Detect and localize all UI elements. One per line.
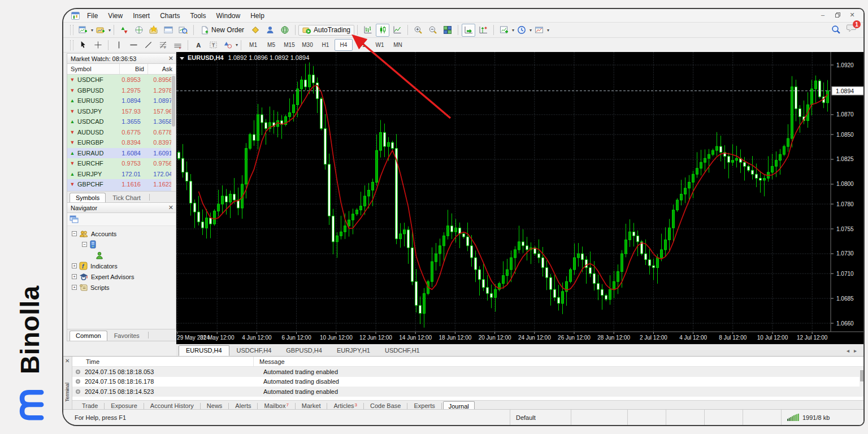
close-icon[interactable]: ✕ [65,358,70,364]
expand-icon[interactable]: + [72,263,77,268]
market-watch-row[interactable]: ▼EURCHF0.97530.9756 [67,158,176,169]
column-time[interactable]: Time [72,358,253,365]
terminal-tab-trade[interactable]: Trade [77,402,103,410]
data-window-toggle-button[interactable] [132,24,146,37]
indicators-caret[interactable]: ▾ [512,28,514,33]
profiles-caret[interactable]: ▾ [108,28,111,33]
expand-icon[interactable]: + [72,274,77,279]
terminal-tab-account-history[interactable]: Account History [145,402,199,410]
chart-tab-eurjpy-h1[interactable]: EURJPY,H1 [329,345,377,356]
price-chart[interactable]: 29 May 202431 May 12:004 Jun 12:006 Jun … [176,52,865,344]
journal-scrollbar[interactable] [860,368,865,396]
journal-row[interactable]: 2024.07.15 08:18:16.178 Automated tradin… [72,377,865,387]
vertical-line-tool-button[interactable] [112,38,125,51]
timeframe-m30-button[interactable]: M30 [298,39,316,51]
indicators-button[interactable] [497,24,511,37]
journal-row[interactable]: 2024.07.15 08:18:14.523 Automated tradin… [72,387,865,397]
templates-button[interactable] [532,24,546,37]
new-chart-caret[interactable]: ▾ [91,28,93,33]
chart-tab-usdchf-h4[interactable]: USDCHF,H4 [229,345,279,356]
chart-shift-button[interactable] [476,24,490,37]
market-watch-row[interactable]: ▼USDJPY157.93157.96 [67,106,176,117]
zoom-in-button[interactable] [411,24,425,37]
horizontal-line-tool-button[interactable] [127,38,140,51]
scrollbar-thumb[interactable] [172,76,175,127]
collapse-icon[interactable]: − [72,231,77,236]
market-watch-row[interactable]: ▼GBPCHF1.16161.1623 [67,179,176,190]
open-account-button[interactable] [263,24,277,37]
market-watch-row[interactable]: ▲EURAUD1.60841.6091 [67,148,176,159]
tree-item-account-server[interactable]: − [67,239,176,250]
terminal-tab-experts[interactable]: Experts [409,402,440,410]
candlestick-chart-button[interactable] [376,24,389,37]
column-message[interactable]: Message [253,357,865,366]
chart-tab-eurusd-h4[interactable]: EURUSD,H4 [179,345,229,356]
menu-charts[interactable]: Charts [155,10,185,21]
menu-view[interactable]: View [103,10,128,21]
cursor-tool-button[interactable] [76,38,90,51]
zoom-out-button[interactable] [426,24,440,37]
navigator-toggle-button[interactable] [147,24,160,37]
bar-chart-button[interactable] [361,24,375,37]
close-icon[interactable]: ✕ [168,205,173,211]
terminal-tab-exposure[interactable]: Exposure [106,402,142,410]
autotrading-button[interactable]: AutoTrading [298,25,354,36]
scrollbar-thumb[interactable] [860,370,864,381]
tile-windows-button[interactable] [441,24,454,37]
timeframe-h4-button[interactable]: H4 [335,39,353,51]
terminal-tab-code-base[interactable]: Code Base [365,402,406,410]
chart-tab-usdchf-h1[interactable]: USDCHF,H1 [377,345,427,356]
text-tool-button[interactable]: A [192,38,205,51]
strategy-tester-button[interactable] [176,24,190,37]
crosshair-tool-button[interactable] [91,38,105,51]
expand-icon[interactable]: + [72,285,77,290]
minimize-button[interactable]: – [817,11,828,19]
terminal-tab-mailbox[interactable]: Mailbox7 [259,402,293,410]
tab-symbols[interactable]: Symbols [70,193,106,203]
terminal-tab-alerts[interactable]: Alerts [230,402,256,410]
line-chart-button[interactable] [390,24,404,37]
shapes-tool-button[interactable] [221,38,235,51]
column-bid[interactable]: Bid [119,64,147,74]
timeframe-mn-button[interactable]: MN [389,39,407,51]
tab-tick-chart[interactable]: Tick Chart [106,193,147,203]
market-watch-scrollbar[interactable] [171,75,176,191]
fibonacci-tool-button[interactable]: F [156,38,170,51]
new-chart-button[interactable] [76,24,90,37]
menu-insert[interactable]: Insert [128,10,155,21]
auto-scroll-button[interactable] [462,24,475,37]
metaeditor-button[interactable] [249,24,262,37]
periods-button[interactable] [515,24,528,37]
menu-help[interactable]: Help [245,10,270,21]
menu-window[interactable]: Window [211,10,246,21]
terminal-tab-news[interactable]: News [202,402,228,410]
tab-common[interactable]: Common [70,331,107,341]
status-profile[interactable]: Default [510,410,571,425]
column-ask[interactable]: Ask [147,64,176,74]
timeframe-m1-button[interactable]: M1 [244,39,262,51]
timeframe-h1-button[interactable]: H1 [316,39,335,51]
menu-file[interactable]: File [82,10,103,21]
journal-row[interactable]: 2024.07.15 08:18:18.053 Automated tradin… [72,367,865,377]
market-watch-row[interactable]: ▼USDCHF0.89530.8956 [67,75,176,85]
tree-item-indicators[interactable]: + f Indicators [67,261,176,271]
market-watch-row[interactable]: ▼AUDUSD0.67750.6778 [67,127,176,138]
tab-favorites[interactable]: Favorites [108,331,146,341]
market-watch-toggle-button[interactable] [118,24,131,37]
market-watch-row[interactable]: ▲EURJPY172.01172.04 [67,169,176,180]
notifications-button[interactable]: 1 [847,24,857,35]
trendline-tool-button[interactable] [141,38,155,51]
timeframe-d1-button[interactable]: D1 [353,39,371,51]
community-button[interactable] [278,24,292,37]
terminal-tab-articles[interactable]: Articles3 [328,402,362,410]
market-watch-row[interactable]: ▲EURUSD1.08941.0897 [67,96,176,106]
close-icon[interactable]: ✕ [168,55,173,62]
channel-tool-button[interactable]: F [171,38,184,51]
restore-button[interactable] [832,11,843,19]
profiles-button[interactable] [94,24,107,37]
tree-item-account-login[interactable] [67,250,176,261]
terminal-toggle-button[interactable] [162,24,175,37]
tree-item-expert-advisors[interactable]: + Expert Advisors [67,271,176,282]
close-window-button[interactable]: ✕ [847,11,858,19]
tree-item-accounts[interactable]: − Accounts [67,228,176,239]
